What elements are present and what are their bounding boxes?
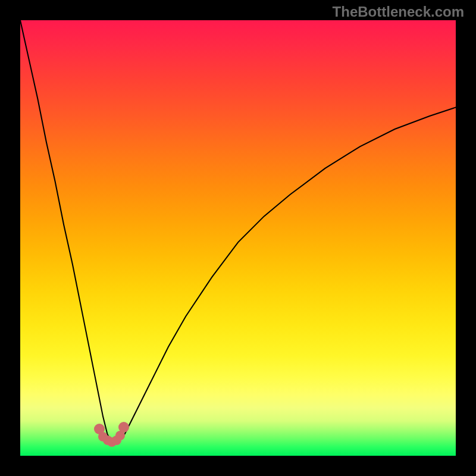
curve-svg [20, 20, 456, 456]
plot-area [20, 20, 456, 456]
watermark-text: TheBottleneck.com [333, 4, 464, 20]
chart-frame: TheBottleneck.com [0, 0, 476, 476]
bottleneck-curve-line [20, 20, 456, 443]
trough-marker [118, 422, 129, 433]
